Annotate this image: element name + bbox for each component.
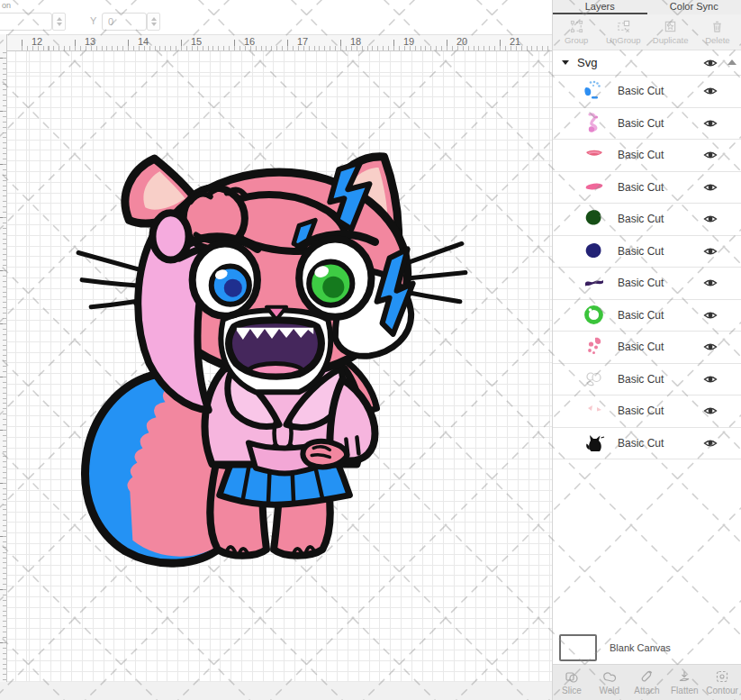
layer-label: Basic Cut xyxy=(618,85,664,97)
delete-button[interactable]: Delete xyxy=(694,14,741,50)
flatten-label: Flatten xyxy=(671,686,699,695)
layer-label: Basic Cut xyxy=(618,149,664,161)
ruler-number: 16 xyxy=(244,36,255,47)
flatten-icon xyxy=(677,669,691,684)
visibility-eye-icon[interactable] xyxy=(703,374,718,385)
visibility-eye-icon[interactable] xyxy=(703,438,718,449)
y-stepper[interactable] xyxy=(147,13,160,31)
tongue xyxy=(249,364,303,377)
bottom-toolbar: Slice Weld Attach Flatten Contour xyxy=(553,664,741,700)
blank-canvas-label: Blank Canvas xyxy=(610,642,671,653)
layer-group-label: Svg xyxy=(577,56,597,69)
ruler-number: 20 xyxy=(456,36,467,47)
layer-row[interactable]: Basic Cut xyxy=(553,76,741,108)
scrollbar-up-arrow[interactable] xyxy=(727,59,736,65)
visibility-eye-icon[interactable] xyxy=(703,341,718,352)
y-position-input[interactable] xyxy=(102,13,147,31)
ruler-number: 21 xyxy=(510,36,520,47)
ungroup-label: UnGroup xyxy=(606,35,641,45)
layer-label: Basic Cut xyxy=(618,117,664,130)
slice-button[interactable]: Slice xyxy=(553,665,591,700)
ruler-number: 18 xyxy=(350,36,361,47)
layer-thumb-blue-streaks xyxy=(583,79,606,103)
ruler-number: 13 xyxy=(85,36,95,47)
layer-label: Basic Cut xyxy=(618,373,664,386)
layer-group-header[interactable]: Svg xyxy=(553,50,741,76)
layer-thumb-light-pink-triangles xyxy=(583,399,606,423)
ruler-number: 14 xyxy=(138,36,149,47)
layer-thumb-pink-swirl xyxy=(583,112,606,135)
flatten-button[interactable]: Flatten xyxy=(665,665,703,700)
top-toolbar: on Y xyxy=(0,0,552,34)
toolbar-text-fragment: on xyxy=(2,1,11,10)
visibility-eye-icon[interactable] xyxy=(703,277,718,288)
tab-layers[interactable]: Layers xyxy=(553,0,647,14)
layer-thumb-green-ring xyxy=(583,304,606,327)
attach-button[interactable]: Attach xyxy=(628,665,666,700)
layer-thumb-pink-blobs xyxy=(583,335,606,359)
layer-row[interactable]: Basic Cut xyxy=(553,140,741,172)
attach-icon xyxy=(639,669,654,684)
visibility-eye-icon[interactable] xyxy=(703,214,718,224)
ruler-number: 17 xyxy=(297,36,308,47)
contour-label: Contour xyxy=(706,686,738,695)
visibility-eye-icon[interactable] xyxy=(703,58,718,68)
character-artwork[interactable] xyxy=(70,142,470,568)
layer-row[interactable]: Basic Cut xyxy=(553,364,741,396)
layer-thumb-pink-ellipse xyxy=(583,176,606,199)
layer-row[interactable]: Basic Cut xyxy=(553,204,741,236)
y-label: Y xyxy=(90,15,96,26)
collapse-caret-icon[interactable] xyxy=(562,60,569,65)
duplicate-icon xyxy=(664,20,677,33)
layer-thumb-black-silhouette xyxy=(583,432,606,455)
layer-row[interactable]: Basic Cut xyxy=(553,300,741,332)
layer-label: Basic Cut xyxy=(618,277,664,289)
tab-color-sync[interactable]: Color Sync xyxy=(647,0,741,14)
duplicate-label: Duplicate xyxy=(653,35,689,45)
contour-icon xyxy=(715,669,729,684)
blank-canvas-row[interactable]: Blank Canvas xyxy=(553,631,741,664)
ruler-number: 19 xyxy=(403,36,414,47)
duplicate-button[interactable]: Duplicate xyxy=(647,14,694,50)
group-icon xyxy=(570,20,583,33)
visibility-eye-icon[interactable] xyxy=(703,86,718,96)
layer-row[interactable]: Basic Cut xyxy=(553,428,741,460)
layer-label: Basic Cut xyxy=(618,213,664,225)
group-button[interactable]: Group xyxy=(553,14,600,50)
design-app-window: on Y 12 13 14 15 16 17 18 19 20 21 xyxy=(0,0,741,700)
canvas-color-swatch[interactable] xyxy=(559,634,597,661)
visibility-eye-icon[interactable] xyxy=(703,150,718,160)
visibility-eye-icon[interactable] xyxy=(703,118,718,129)
layer-label: Basic Cut xyxy=(618,405,664,417)
x-position-input[interactable] xyxy=(0,13,52,31)
layer-row[interactable]: Basic Cut xyxy=(553,268,741,300)
layer-actions-toolbar: Group UnGroup Duplicate Delete xyxy=(553,14,741,50)
visibility-eye-icon[interactable] xyxy=(703,246,718,257)
group-label: Group xyxy=(565,35,588,45)
layer-row[interactable]: Basic Cut xyxy=(553,332,741,364)
layer-thumb-navy-blob xyxy=(583,240,606,263)
layer-row[interactable]: Basic Cut xyxy=(553,395,741,428)
x-stepper[interactable] xyxy=(52,13,66,31)
visibility-eye-icon[interactable] xyxy=(703,405,718,416)
weld-button[interactable]: Weld xyxy=(591,665,628,700)
layer-thumb-mouth-shape xyxy=(583,143,606,167)
layer-row[interactable]: Basic Cut xyxy=(553,236,741,268)
weld-label: Weld xyxy=(599,686,619,695)
layer-row[interactable]: Basic Cut xyxy=(553,172,741,205)
layer-thumb-white-swirls xyxy=(583,368,606,391)
layer-row[interactable]: Basic Cut xyxy=(553,108,741,141)
ungroup-button[interactable]: UnGroup xyxy=(600,14,646,50)
attach-label: Attach xyxy=(634,686,659,695)
panel-tabs: Layers Color Sync xyxy=(553,0,741,14)
slice-icon xyxy=(565,669,579,684)
slice-label: Slice xyxy=(562,686,582,695)
layer-label: Basic Cut xyxy=(618,341,664,353)
visibility-eye-icon[interactable] xyxy=(703,182,718,193)
delete-label: Delete xyxy=(705,35,729,45)
visibility-eye-icon[interactable] xyxy=(703,310,718,321)
contour-button[interactable]: Contour xyxy=(703,665,741,700)
weld-icon xyxy=(602,669,617,684)
delete-icon xyxy=(710,20,724,33)
layer-label: Basic Cut xyxy=(618,437,664,450)
